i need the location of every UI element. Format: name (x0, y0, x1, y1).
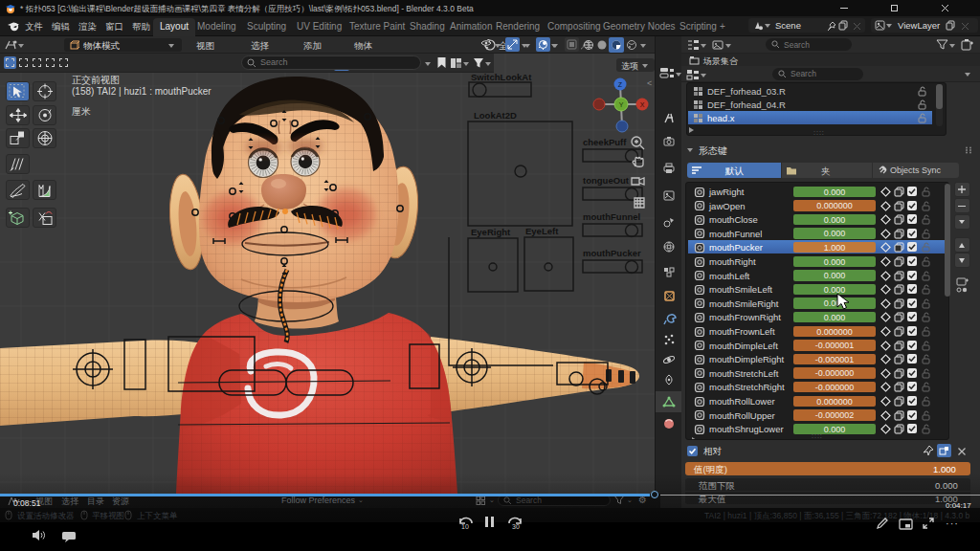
svg-text:EyeRight: EyeRight (471, 227, 511, 237)
svg-text:Y: Y (619, 101, 624, 108)
svg-text:tongueOut: tongueOut (583, 175, 630, 186)
svg-text:mouthPucker: mouthPucker (583, 248, 641, 258)
svg-text:Z: Z (618, 81, 623, 88)
svg-text:cheekPuff: cheekPuff (583, 137, 627, 147)
svg-text:X: X (640, 101, 645, 108)
svg-text:SwitchLookAt: SwitchLookAt (471, 73, 532, 82)
svg-text:30: 30 (512, 523, 520, 530)
svg-text:EyeLeft: EyeLeft (525, 226, 559, 236)
svg-text:LookAt2D: LookAt2D (474, 110, 517, 121)
svg-text:mouthFunnel: mouthFunnel (583, 211, 640, 222)
svg-text:10: 10 (461, 523, 469, 530)
